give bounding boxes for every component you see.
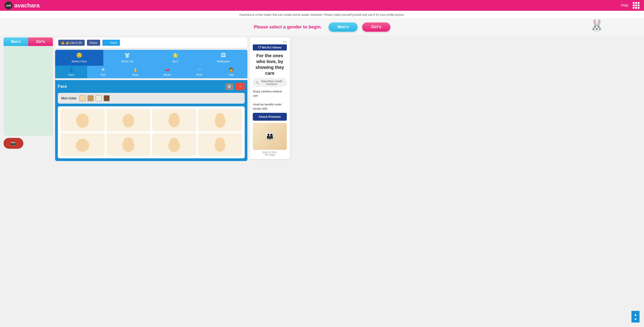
face-option-4[interactable]	[198, 109, 242, 131]
face-svg-6	[120, 135, 136, 153]
grid-menu-button[interactable]	[633, 2, 640, 9]
gender-tabs: Men's Girl's	[4, 38, 53, 46]
nose-sub-label: Nose	[132, 73, 138, 77]
logo-abbr: av6	[6, 4, 11, 7]
brow-sub-icon: 〰	[198, 68, 202, 72]
dress-up-icon: 👕	[124, 53, 130, 58]
logo: av6 avachara	[4, 1, 40, 10]
camera-icon: 📷	[11, 141, 16, 146]
ad-headline: For the ones who love, by showing they c…	[253, 53, 287, 76]
tab-girls[interactable]: Girl's	[28, 38, 53, 46]
hair-sub-label: Hair	[229, 73, 234, 77]
facebook-like-button[interactable]: 👍 👍 Like 6.2K	[58, 40, 85, 46]
svg-point-6	[170, 114, 178, 117]
grid-dot	[638, 2, 640, 4]
header: av6 avachara Help	[0, 0, 644, 11]
face-grid	[58, 106, 245, 158]
wallpaper-icon: 🖼	[221, 53, 226, 58]
hair-sub-icon: 💇	[229, 68, 234, 73]
subtitle-bar: Avachara is a free maker that can create…	[0, 11, 644, 19]
svg-point-3	[124, 114, 133, 121]
skin-color-light[interactable]	[79, 95, 86, 101]
avatar-canvas	[4, 46, 53, 136]
face-svg-3	[166, 111, 182, 129]
tab-select-face[interactable]: 😊 Select Face	[55, 50, 103, 66]
mens-button[interactable]: Men's	[328, 23, 358, 32]
face-option-3[interactable]	[152, 109, 196, 131]
dress-up-label: Dress Up	[121, 60, 133, 63]
face-option-2[interactable]	[106, 109, 150, 131]
logo-text: avachara	[14, 2, 40, 9]
mouth-sub-label: Mouth	[164, 73, 171, 77]
girls-button[interactable]: Girl's	[362, 23, 390, 32]
face-sub-label: Face	[68, 73, 74, 77]
help-link[interactable]: Help	[621, 3, 628, 8]
next-button[interactable]: →	[235, 83, 245, 90]
sub-tabs: 👤 Face 👁 Eye 👃 Nose 👄 Mouth 〰 Brow 💇	[55, 66, 248, 78]
gender-prompt: Please select a gender to begin.	[254, 25, 322, 30]
select-face-label: Select Face	[72, 60, 87, 63]
main-layout: Men's Girl's 📷 👍 👍 Like 6.2K Share 🐦 Twe…	[0, 35, 294, 163]
ad-brand-icon: 🛡	[258, 46, 261, 49]
face-svg-8	[212, 135, 228, 153]
nose-sub-icon: 👃	[133, 68, 138, 73]
logo-icon: av6	[4, 1, 12, 10]
facebook-share-button[interactable]: Share	[87, 40, 100, 46]
sub-tab-brow[interactable]: 〰 Brow	[183, 66, 215, 78]
grid-dot	[635, 2, 637, 4]
skin-color-label: Skin Color	[61, 96, 77, 100]
ad-close-icon[interactable]: ✕	[285, 41, 287, 43]
skin-color-medium[interactable]	[88, 95, 94, 101]
face-option-1[interactable]	[60, 109, 105, 131]
svg-point-8	[216, 113, 224, 120]
sub-tab-face[interactable]: 👤 Face	[55, 66, 87, 78]
sub-tab-nose[interactable]: 👃 Nose	[119, 66, 151, 78]
tab-item[interactable]: ⭐ Item	[151, 50, 200, 66]
face-option-6[interactable]	[106, 133, 150, 156]
face-option-5[interactable]	[60, 133, 105, 156]
sub-tab-eye[interactable]: 👁 Eye	[87, 66, 119, 78]
ad-bullet1: •Enjoy cashless medical care •Avail tax …	[253, 90, 287, 111]
ad-brand: 🛡 BAJAJ Allianz	[253, 44, 287, 51]
skin-color-pale[interactable]	[96, 95, 102, 101]
face-svg-4	[212, 111, 228, 129]
brow-sub-label: Brow	[196, 73, 202, 76]
select-face-icon: 😊	[76, 53, 82, 58]
skin-color-dark[interactable]	[104, 95, 110, 101]
svg-point-1	[78, 115, 88, 121]
ad-cta-button[interactable]: Check Premium	[253, 113, 287, 121]
tweet-button[interactable]: 🐦 Tweet	[102, 40, 120, 46]
tab-mens[interactable]: Men's	[4, 38, 28, 46]
face-option-7[interactable]	[152, 133, 196, 156]
face-svg-1	[74, 111, 90, 129]
tab-dress-up[interactable]: 👕 Dress Up	[103, 50, 152, 66]
face-svg-5	[74, 135, 90, 153]
subtitle-text: Avachara is a free maker that can create…	[239, 13, 405, 16]
eye-sub-icon: 👁	[101, 68, 105, 72]
face-panel-header: Face 🗑 →	[58, 83, 245, 90]
skin-color-section: Skin Color	[58, 93, 245, 104]
face-option-8[interactable]	[198, 133, 242, 156]
grid-dot	[633, 2, 634, 4]
svg-point-14	[170, 138, 178, 144]
gender-banner: Please select a gender to begin. Men's G…	[0, 19, 644, 35]
fb-like-label: 👍 Like 6.2K	[66, 41, 82, 44]
ad-search-icon: 🔍	[256, 81, 259, 84]
ad-code: BJA:Z-O-2551 T&C Apply	[253, 151, 287, 156]
ad-panel: ℹ ✕ 🛡 BAJAJ Allianz For the ones who lov…	[250, 38, 290, 161]
left-panel: Men's Girl's 📷	[4, 38, 53, 161]
ad-bullet1-text: •Enjoy cashless medical care	[253, 90, 287, 98]
sub-tab-mouth[interactable]: 👄 Mouth	[151, 66, 183, 78]
face-panel-title: Face	[58, 84, 67, 89]
ad-box: ℹ ✕ 🛡 BAJAJ Allianz For the ones who lov…	[250, 38, 290, 159]
camera-button[interactable]: 📷	[4, 138, 23, 149]
ad-image: 👨‍👩‍👧	[253, 123, 287, 150]
center-panel: 👍 👍 Like 6.2K Share 🐦 Tweet 😊 Select Fac…	[55, 38, 248, 161]
tab-wallpaper[interactable]: 🖼 Wallpaper	[200, 50, 248, 66]
eye-sub-label: Eye	[101, 73, 106, 76]
trash-button[interactable]: 🗑	[226, 83, 234, 90]
face-panel: Face 🗑 → Skin Color	[55, 80, 248, 161]
sub-tab-hair[interactable]: 💇 Hair	[215, 66, 248, 78]
skin-color-options	[79, 95, 110, 101]
wallpaper-label: Wallpaper	[217, 60, 230, 63]
